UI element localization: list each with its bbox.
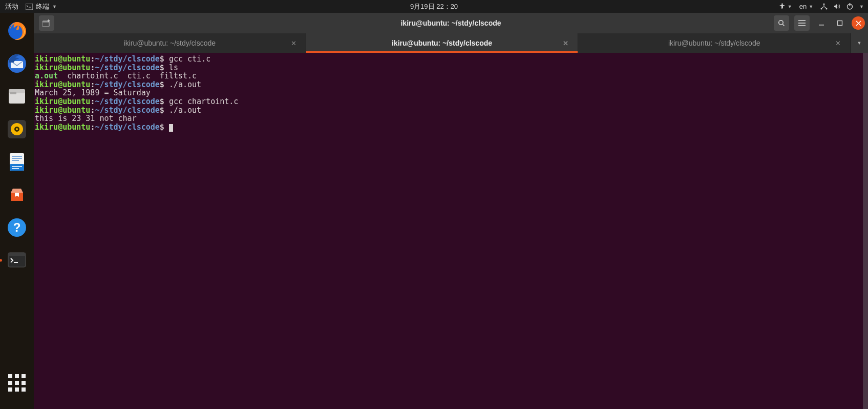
software-icon [6, 183, 28, 206]
chevron-down-icon: ▼ [857, 40, 862, 46]
tab-close-button[interactable]: ✕ [835, 39, 841, 47]
firefox-icon [6, 19, 28, 42]
input-source-menu[interactable]: en ▼ [799, 3, 813, 10]
accessibility-menu[interactable]: ▼ [779, 3, 792, 10]
window-minimize-button[interactable] [815, 16, 828, 30]
chevron-down-icon: ▼ [788, 4, 792, 9]
apps-grid-icon [8, 374, 26, 392]
svg-rect-32 [838, 21, 842, 26]
chevron-down-icon: ▼ [809, 4, 813, 9]
terminal-scrollbar[interactable] [863, 53, 868, 409]
terminal-tabs: ikiru@ubuntu: ~/stdy/clscode ✕ ikiru@ubu… [34, 33, 868, 53]
power-icon [846, 3, 853, 10]
chevron-down-icon: ▼ [52, 4, 57, 9]
input-source-label: en [799, 3, 807, 10]
svg-rect-0 [26, 4, 33, 10]
new-tab-button[interactable] [39, 15, 54, 31]
clock[interactable]: 9月19日 22：20 [410, 2, 458, 11]
svg-rect-21 [12, 166, 22, 167]
dock-help[interactable]: ? [4, 215, 30, 240]
dock-terminal[interactable] [4, 248, 30, 273]
svg-rect-19 [12, 158, 22, 159]
terminal-icon [26, 4, 33, 10]
gnome-top-bar: 活动 终端 ▼ 9月19日 22：20 ▼ en ▼ ▼ [0, 0, 868, 13]
tab-close-button[interactable]: ✕ [291, 39, 297, 47]
dock-software[interactable] [4, 182, 30, 208]
svg-rect-20 [12, 160, 19, 161]
maximize-icon [837, 20, 843, 26]
files-icon [6, 85, 28, 108]
dock-firefox[interactable] [4, 18, 30, 44]
hamburger-icon [798, 20, 806, 26]
window-titlebar[interactable]: ikiru@ubuntu: ~/stdy/clscode [34, 13, 868, 33]
terminal-tab-1[interactable]: ikiru@ubuntu: ~/stdy/clscode ✕ [306, 33, 579, 53]
volume-icon [834, 3, 840, 10]
tabs-overflow-button[interactable]: ▼ [851, 33, 868, 53]
terminal-tab-0[interactable]: ikiru@ubuntu: ~/stdy/clscode ✕ [34, 33, 306, 53]
svg-point-1 [781, 3, 783, 5]
dock: ? [0, 13, 34, 409]
tab-label: ikiru@ubuntu: ~/stdy/clscode [392, 39, 492, 47]
system-menu[interactable]: ▼ [820, 3, 864, 10]
terminal-window: ikiru@ubuntu: ~/stdy/clscode ikiru@ubunt… [34, 13, 868, 409]
hamburger-menu-button[interactable] [794, 15, 810, 31]
thunderbird-icon [6, 52, 28, 75]
svg-rect-17 [10, 164, 24, 171]
clock-label: 9月19日 22：20 [410, 2, 458, 11]
svg-point-30 [779, 21, 783, 25]
terminal-tab-2[interactable]: ikiru@ubuntu: ~/stdy/clscode ✕ [578, 33, 851, 53]
tab-label: ikiru@ubuntu: ~/stdy/clscode [124, 39, 216, 47]
help-icon: ? [6, 216, 28, 239]
search-icon [778, 19, 785, 27]
search-button[interactable] [774, 15, 789, 31]
svg-rect-27 [14, 262, 18, 263]
close-icon [856, 21, 861, 26]
svg-rect-29 [43, 21, 49, 23]
svg-rect-31 [819, 25, 824, 26]
tab-close-button[interactable]: ✕ [563, 39, 568, 47]
terminal-viewport[interactable]: ikiru@ubuntu:~/stdy/clscode$ gcc cti.c i… [34, 53, 868, 409]
svg-rect-6 [850, 3, 851, 6]
dock-writer[interactable] [4, 149, 30, 175]
svg-text:?: ? [13, 220, 21, 234]
activities-button[interactable]: 活动 [5, 2, 18, 11]
app-menu-label: 终端 [36, 2, 49, 11]
svg-rect-11 [10, 92, 16, 94]
show-applications[interactable] [4, 370, 30, 396]
new-tab-icon [43, 19, 51, 27]
minimize-icon [818, 20, 824, 26]
dock-rhythmbox[interactable] [4, 116, 30, 142]
terminal-output[interactable]: ikiru@ubuntu:~/stdy/clscode$ gcc cti.c i… [34, 53, 863, 409]
accessibility-icon [779, 3, 786, 10]
window-maximize-button[interactable] [833, 16, 846, 30]
tab-label: ikiru@ubuntu: ~/stdy/clscode [668, 39, 760, 47]
dock-files[interactable] [4, 84, 30, 109]
svg-rect-26 [8, 253, 26, 256]
window-title: ikiru@ubuntu: ~/stdy/clscode [400, 19, 501, 27]
scrollbar-thumb[interactable] [863, 53, 868, 409]
terminal-app-icon [6, 249, 28, 272]
svg-rect-18 [12, 156, 22, 157]
svg-rect-22 [12, 168, 19, 169]
app-menu[interactable]: 终端 ▼ [26, 2, 57, 11]
svg-point-15 [16, 128, 18, 130]
writer-icon [6, 151, 28, 173]
window-close-button[interactable] [852, 16, 865, 30]
chevron-down-icon: ▼ [859, 4, 864, 9]
network-icon [820, 3, 828, 10]
dock-thunderbird[interactable] [4, 51, 30, 76]
rhythmbox-icon [6, 118, 28, 140]
